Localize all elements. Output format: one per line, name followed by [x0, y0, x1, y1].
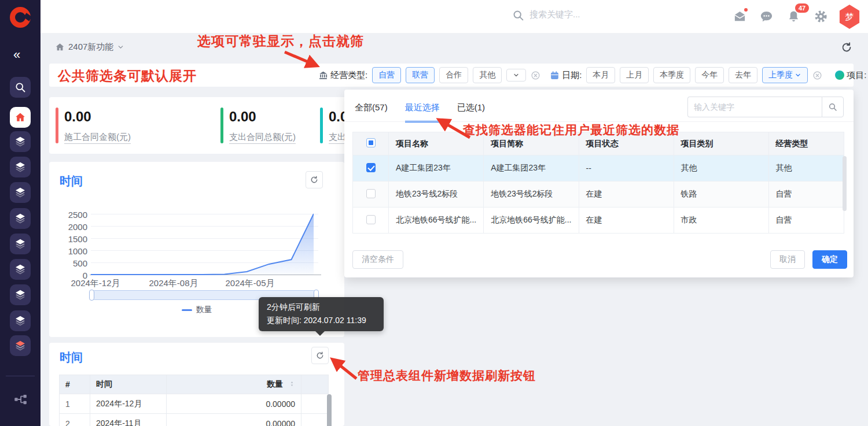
cancel-button[interactable]: 取消	[770, 250, 805, 269]
tab-selected[interactable]: 已选(1)	[457, 102, 485, 123]
stat-bar	[56, 108, 58, 143]
col-time[interactable]: 时间	[90, 375, 167, 394]
filter-date-qunian[interactable]: 去年	[729, 67, 757, 83]
qty-value-link[interactable]: 0.00000	[167, 414, 301, 426]
table-refresh-button[interactable]	[311, 347, 329, 364]
annotation-recent-filter: 查找筛选器能记住用户最近筛选的数据	[463, 122, 679, 138]
global-search-input[interactable]	[529, 9, 692, 19]
clear-conditions-button[interactable]: 清空条件	[352, 250, 403, 269]
refresh-tooltip: 2分钟后可刷新 更新时间: 2024.07.02 11:39	[259, 297, 384, 331]
filter-date-benyue[interactable]: 本月	[586, 67, 615, 83]
annotation-filter-bar: 公共筛选条可默认展开	[58, 67, 197, 85]
layers-icon	[14, 315, 26, 327]
workflow-icon	[13, 392, 28, 407]
picker-row[interactable]: A建工集团23年 A建工集团23年 -- 其他 其他	[353, 155, 844, 181]
picker-table: 项目名称 项目简称 项目状态 项目类别 经营类型 A建工集团23年 A建工集团2…	[352, 132, 844, 234]
stat-label[interactable]: 支出合同总额(元)	[229, 132, 296, 144]
confirm-button[interactable]: 确定	[812, 250, 847, 269]
chat-icon[interactable]	[760, 10, 773, 23]
sidebar-item-module-9[interactable]	[10, 335, 31, 356]
sort-icon[interactable]	[289, 380, 295, 388]
summary-table: # 时间 数量 1 2024年-12月 0.00000 2 2024年-11月 …	[59, 375, 329, 426]
table-row[interactable]: 1 2024年-12月 0.00000	[60, 394, 329, 414]
sidebar-item-module-7[interactable]	[10, 284, 31, 305]
row-checkbox[interactable]	[366, 215, 376, 224]
filter-business-qita[interactable]: 其他	[473, 67, 502, 83]
app-logo-icon[interactable]	[10, 7, 31, 28]
picker-row[interactable]: 地铁23号线2标段 地铁23号线2标段 在建 铁路 自营	[353, 181, 844, 208]
table-row[interactable]: 2 2024年-11月 0.00000	[60, 414, 329, 426]
row-checkbox[interactable]	[366, 163, 376, 172]
filter-business-lianying[interactable]: 联营	[406, 67, 435, 83]
y-tick: 1500	[57, 234, 87, 244]
annotation-refresh-button: 管理总表组件新增数据刷新按钮	[358, 368, 536, 384]
page-refresh-button[interactable]	[840, 41, 853, 54]
col-index[interactable]: #	[60, 375, 90, 394]
stat-label[interactable]: 支出	[329, 132, 346, 144]
filter-business-hezuo[interactable]: 合作	[439, 67, 468, 83]
filter-date-benjidu[interactable]: 本季度	[653, 67, 690, 83]
col-qty[interactable]: 数量	[167, 375, 301, 394]
chevron-down-icon	[513, 72, 520, 79]
layers-icon	[14, 136, 26, 147]
y-tick: 2000	[57, 222, 87, 232]
chart-refresh-button[interactable]	[306, 171, 323, 188]
y-tick: 0	[57, 271, 87, 280]
filter-date-jinnian[interactable]: 今年	[695, 67, 724, 83]
qty-value-link[interactable]: 0.00000	[167, 394, 301, 414]
x-tick: 2024年-05月	[225, 278, 274, 289]
inbox-icon[interactable]	[733, 10, 746, 23]
refresh-icon	[315, 351, 325, 360]
breadcrumb-title: 2407新功能	[68, 42, 113, 53]
picker-search-input[interactable]	[687, 97, 822, 117]
sidebar-item-module-3[interactable]	[10, 182, 31, 203]
layers-icon	[14, 289, 26, 301]
x-tick: 2024年-08月	[149, 278, 198, 289]
sidebar-item-home[interactable]	[10, 107, 31, 128]
business-clear-icon[interactable]	[531, 71, 540, 80]
sidebar-item-module-1[interactable]	[10, 131, 31, 152]
table-card-title: 时间	[60, 350, 83, 365]
collapse-sidebar-icon[interactable]: «	[13, 47, 20, 62]
avatar[interactable]: 梦	[838, 5, 860, 29]
business-more-button[interactable]	[506, 69, 526, 82]
refresh-icon	[310, 175, 319, 184]
stat-label[interactable]: 施工合同金额(元)	[64, 132, 131, 144]
slider-handle-left[interactable]	[89, 290, 94, 301]
row-checkbox[interactable]	[366, 189, 376, 198]
table-scrollbar[interactable]	[327, 394, 332, 426]
sidebar-item-module-8[interactable]	[10, 310, 31, 331]
top-header: 47 梦	[41, 0, 868, 34]
picker-search-button[interactable]	[822, 97, 844, 117]
sidebar-item-workflow[interactable]	[13, 392, 28, 407]
stat-bar	[320, 108, 323, 143]
project-picker-panel: 全部(57) 最近选择 已选(1) 项目名称 项目简称 项目状态 项目类别 经营…	[344, 90, 854, 277]
inbox-dot	[744, 8, 748, 12]
gear-icon[interactable]	[814, 10, 827, 23]
select-all-checkbox[interactable]	[366, 138, 376, 147]
sidebar: «	[0, 0, 41, 426]
sidebar-item-module-2[interactable]	[10, 157, 31, 177]
filter-date-shangyue[interactable]: 上月	[620, 67, 649, 83]
filter-business-ziying[interactable]: 自营	[372, 67, 401, 83]
sidebar-item-module-5[interactable]	[10, 234, 31, 254]
chart-title: 时间	[60, 173, 83, 189]
tab-all[interactable]: 全部(57)	[355, 102, 388, 123]
project-label: 项目:	[835, 70, 866, 81]
sidebar-item-module-4[interactable]	[10, 208, 31, 229]
tab-recent[interactable]: 最近选择	[405, 102, 440, 123]
global-search-icon[interactable]	[512, 9, 524, 21]
bank-icon	[318, 71, 328, 80]
col-project-category: 项目类别	[674, 132, 768, 155]
date-clear-icon[interactable]	[812, 71, 822, 80]
picker-row[interactable]: 北京地铁66号线扩能... 北京地铁66号线扩能... 在建 市政 自营	[353, 208, 844, 234]
sidebar-item-module-6[interactable]	[10, 259, 31, 280]
sidebar-item-search[interactable]	[10, 77, 31, 98]
business-type-label: 经营类型:	[318, 70, 367, 81]
filter-date-shangjidu[interactable]: 上季度	[762, 67, 808, 83]
picker-scrollbar[interactable]	[843, 156, 847, 211]
breadcrumb[interactable]: 2407新功能	[55, 42, 124, 53]
layers-icon	[14, 161, 26, 173]
annotation-pinned-filters: 选项可常驻显示，点击就筛	[197, 32, 364, 50]
chevron-down-icon	[117, 43, 124, 51]
